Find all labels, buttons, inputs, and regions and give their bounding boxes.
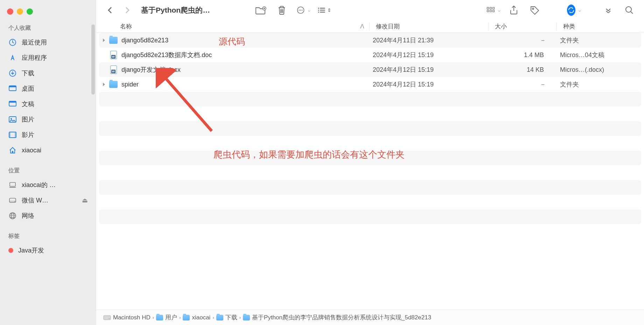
path-item[interactable]: Macintosh HD (103, 314, 150, 321)
file-row[interactable]: django5d82e213数据库文档.doc 2024年4月12日 15:19… (99, 48, 641, 62)
sidebar-item-label: 文稿 (22, 100, 34, 108)
empty-row (99, 121, 641, 136)
sidebar-item-globe[interactable]: 网络 (0, 208, 96, 223)
svg-point-37 (109, 318, 110, 319)
svg-rect-29 (490, 7, 492, 9)
forward-button[interactable] (122, 5, 133, 15)
svg-point-26 (318, 12, 319, 13)
sidebar-favorites-header: 个人收藏 (0, 22, 96, 35)
path-label: Macintosh HD (113, 314, 150, 321)
minimize-window[interactable] (17, 8, 23, 15)
svg-point-20 (300, 10, 301, 11)
file-kind: Micros…(.docx) (554, 66, 641, 74)
new-folder-button[interactable] (254, 5, 267, 15)
sidebar-item-label: 微信 W… (22, 196, 48, 205)
action-menu[interactable]: ⌵ (296, 5, 309, 15)
path-label: 基于Python爬虫的李宁品牌销售数据分析系统设计与实现_5d82e213 (252, 313, 431, 321)
column-size[interactable]: 大小 (488, 22, 556, 30)
svg-rect-31 (487, 10, 489, 12)
sort-indicator-icon: ᐱ (360, 23, 364, 30)
svg-point-24 (318, 9, 319, 11)
file-size: -- (485, 37, 554, 44)
sidebar-item-clock[interactable]: 最近使用 (0, 35, 96, 50)
sidebar-item-label: 桌面 (22, 84, 34, 93)
sidebar-item-disk[interactable]: 微信 W…⏏ (0, 193, 96, 208)
file-date: 2024年4月12日 15:19 (366, 65, 485, 74)
column-date[interactable]: 修改日期 (369, 22, 488, 30)
view-list-button[interactable]: ⇕ (317, 5, 330, 15)
sidebar-item-label: 下载 (22, 69, 34, 77)
trash-button[interactable] (275, 5, 288, 15)
file-type-icon (109, 80, 118, 89)
empty-row (99, 136, 641, 151)
folder-icon (243, 315, 250, 320)
sidebar-item-doc[interactable]: 文稿 (0, 96, 96, 112)
sidebar-scrollbar[interactable] (91, 25, 95, 95)
sidebar-item-pic[interactable]: 图片 (0, 112, 96, 127)
traffic-lights (0, 4, 96, 22)
empty-row (99, 195, 641, 209)
sidebar-item-label: Java开发 (18, 246, 44, 255)
disk-icon (8, 196, 17, 205)
path-item[interactable]: 基于Python爬虫的李宁品牌销售数据分析系统设计与实现_5d82e213 (243, 313, 431, 321)
share-button[interactable] (507, 5, 520, 15)
folder-icon (109, 81, 118, 88)
svg-point-14 (14, 201, 15, 202)
sidebar-item-label: 应用程序 (22, 54, 47, 62)
svg-rect-23 (320, 8, 325, 8)
document-icon (110, 65, 117, 74)
file-date: 2024年4月12日 15:19 (366, 51, 485, 59)
folder-icon (156, 315, 163, 320)
empty-row (99, 92, 641, 106)
back-button[interactable] (105, 5, 115, 15)
sidebar-item-label: 网络 (22, 212, 34, 220)
path-item[interactable]: 用户 (156, 313, 177, 321)
tags-button[interactable] (528, 5, 541, 15)
file-kind: 文件夹 (554, 80, 641, 89)
disclosure-triangle-icon[interactable] (99, 82, 109, 87)
close-window[interactable] (7, 8, 13, 15)
path-label: 用户 (165, 313, 177, 321)
file-size: 1.4 MB (485, 51, 554, 59)
document-icon (110, 51, 117, 59)
chevron-down-icon: ⌵ (498, 8, 500, 13)
svg-point-35 (626, 7, 631, 12)
sidebar-tag-item[interactable]: Java开发 (0, 243, 96, 258)
path-item[interactable]: xiaocai (183, 314, 210, 321)
overflow-button[interactable] (602, 5, 615, 15)
sidebar-item-download[interactable]: 下载 (0, 65, 96, 81)
file-date: 2024年4月11日 21:39 (366, 36, 485, 44)
file-row[interactable]: spider 2024年4月12日 15:19 -- 文件夹 (99, 77, 641, 92)
group-button[interactable]: ⌵ (486, 5, 499, 15)
sidebar-item-laptop[interactable]: xiaocai的 … (0, 177, 96, 193)
folder-icon (109, 37, 118, 44)
column-kind[interactable]: 种类 (556, 22, 644, 30)
empty-row (99, 151, 641, 165)
svg-point-7 (10, 118, 12, 119)
empty-row (99, 180, 641, 195)
sync-status[interactable]: ⌵ (567, 5, 580, 15)
path-separator-icon: › (179, 315, 181, 320)
sidebar-item-desktop[interactable]: 桌面 (0, 81, 96, 96)
disclosure-triangle-icon[interactable] (99, 38, 109, 42)
toolbar: 基于Python爬虫的… ⌵ ⇕ ⌵ (96, 0, 644, 20)
sidebar-item-movie[interactable]: 影片 (0, 127, 96, 143)
column-name[interactable]: 名称 ᐱ (96, 22, 369, 30)
file-type-icon (109, 36, 118, 45)
sidebar-tags-section: 标签 Java开发 (0, 230, 96, 258)
maximize-window[interactable] (27, 8, 33, 15)
eject-icon[interactable]: ⏏ (82, 196, 88, 204)
sidebar-item-label: 图片 (22, 115, 34, 124)
file-row[interactable]: django开发文档.docx 2024年4月12日 15:19 14 KB M… (99, 62, 641, 77)
clock-icon (8, 38, 17, 47)
file-kind: 文件夹 (554, 36, 641, 44)
pic-icon (8, 115, 17, 124)
svg-point-22 (318, 8, 319, 9)
file-name: django开发文档.docx (121, 65, 366, 74)
svg-rect-27 (320, 12, 325, 12)
file-row[interactable]: django5d82e213 2024年4月11日 21:39 -- 文件夹 (99, 33, 641, 48)
sidebar-item-home[interactable]: xiaocai (0, 143, 96, 158)
sidebar-item-app[interactable]: 应用程序 (0, 50, 96, 65)
path-item[interactable]: 下载 (216, 313, 237, 321)
search-button[interactable] (623, 5, 636, 15)
